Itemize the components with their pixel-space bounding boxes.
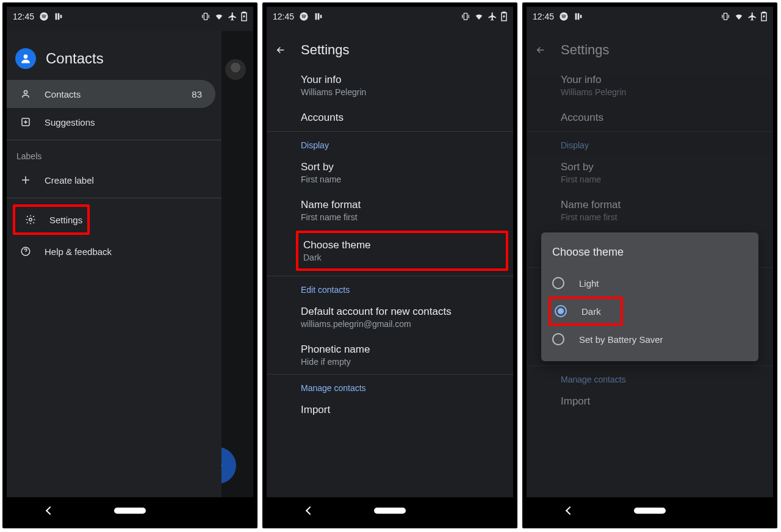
svg-point-8 — [24, 90, 27, 93]
plus-icon — [20, 174, 31, 185]
status-time: 12:45 — [13, 12, 34, 21]
row-your-info: Your info Williams Pelegrin — [527, 66, 773, 104]
svg-rect-18 — [503, 12, 505, 13]
system-nav-bar — [527, 497, 773, 524]
wifi-icon — [214, 12, 224, 21]
appbar: Settings — [527, 31, 773, 69]
nav-item-label: Suggestions — [45, 117, 95, 128]
nav-item-suggestions[interactable]: Suggestions — [7, 108, 221, 136]
vibrate-icon — [201, 12, 211, 21]
svg-rect-15 — [320, 15, 322, 18]
svg-rect-23 — [724, 13, 727, 20]
option-label: Light — [579, 278, 599, 289]
theme-option-dark[interactable]: Dark — [549, 297, 623, 326]
svg-point-10 — [29, 218, 32, 221]
profile-avatar-partial[interactable] — [225, 59, 246, 80]
svg-rect-13 — [315, 13, 317, 20]
row-name-format: Name format First name first — [527, 192, 773, 229]
phone-3: 12:45 Settings Your info — [522, 2, 777, 528]
system-home-pill[interactable] — [634, 508, 666, 514]
section-manage-contacts: Manage contacts — [267, 375, 513, 397]
status-bar: 12:45 — [7, 7, 253, 24]
section-edit-contacts: Edit contacts — [267, 276, 513, 298]
option-label: Dark — [581, 306, 601, 317]
system-back-button[interactable] — [306, 506, 314, 515]
svg-rect-4 — [204, 13, 207, 20]
phone-1: 12:45 — [2, 2, 257, 528]
nav-item-settings[interactable]: Settings — [13, 204, 90, 235]
svg-rect-20 — [575, 13, 577, 20]
app-brand: Contacts — [7, 31, 221, 80]
appbar: Settings — [267, 31, 513, 69]
system-home-pill[interactable] — [114, 508, 146, 514]
row-sort-by[interactable]: Sort by First name — [267, 154, 513, 192]
system-home-pill[interactable] — [374, 508, 406, 514]
status-time: 12:45 — [273, 12, 294, 21]
nav-item-help[interactable]: Help & feedback — [7, 237, 221, 265]
screen-1: 12:45 — [7, 7, 253, 524]
help-icon — [20, 246, 31, 257]
status-time: 12:45 — [533, 12, 554, 21]
row-phonetic-name[interactable]: Phonetic name Hide if empty — [267, 336, 513, 374]
row-accounts: Accounts — [527, 104, 773, 131]
drawer-backdrop — [217, 31, 253, 497]
theme-option-battery[interactable]: Set by Battery Saver — [552, 326, 747, 353]
airplane-icon — [488, 12, 497, 21]
back-button[interactable] — [275, 45, 286, 56]
person-icon — [20, 88, 31, 99]
page-title: Settings — [301, 42, 350, 58]
row-import[interactable]: Import — [267, 397, 513, 423]
labels-header: Labels — [7, 144, 221, 166]
svg-rect-16 — [464, 13, 467, 20]
spotify-icon — [39, 12, 49, 21]
system-nav-bar — [267, 497, 513, 524]
phone-2: 12:45 Settings Your info W — [262, 2, 517, 528]
airplane-icon — [228, 12, 237, 21]
music-icon — [314, 12, 323, 21]
wifi-icon — [734, 12, 744, 21]
nav-drawer: Contacts Contacts 83 Suggestions Labels … — [7, 31, 221, 497]
svg-rect-1 — [56, 13, 57, 20]
nav-item-label: Create label — [45, 175, 94, 185]
nav-item-label: Settings — [49, 215, 82, 225]
row-accounts[interactable]: Accounts — [267, 104, 513, 131]
svg-rect-6 — [243, 12, 245, 13]
nav-item-contacts[interactable]: Contacts 83 — [7, 80, 215, 108]
row-your-info[interactable]: Your info Williams Pelegrin — [267, 66, 513, 104]
airplane-icon — [747, 12, 757, 21]
svg-rect-14 — [318, 13, 320, 20]
settings-list[interactable]: Your info Williams Pelegrin Accounts Dis… — [267, 66, 513, 497]
svg-rect-2 — [58, 13, 60, 20]
system-back-button[interactable] — [46, 506, 54, 515]
system-back-button[interactable] — [566, 506, 574, 515]
contacts-app-icon — [15, 48, 36, 69]
svg-rect-22 — [580, 15, 582, 18]
nav-item-label: Contacts — [45, 89, 81, 99]
nav-item-label: Help & feedback — [45, 246, 112, 257]
back-button — [535, 45, 546, 56]
wifi-icon — [474, 12, 484, 21]
app-title: Contacts — [46, 50, 104, 67]
row-default-account[interactable]: Default account for new contacts william… — [267, 298, 513, 336]
status-bar: 12:45 — [267, 7, 513, 24]
radio-unchecked-icon — [552, 333, 564, 345]
theme-option-light[interactable]: Light — [552, 270, 747, 297]
music-icon — [574, 12, 583, 21]
dialog-title: Choose theme — [552, 246, 747, 259]
spotify-icon — [299, 12, 309, 21]
row-sort-by: Sort by First name — [527, 154, 773, 192]
vibrate-icon — [461, 12, 470, 21]
row-choose-theme[interactable]: Choose theme Dark — [296, 231, 508, 271]
svg-rect-3 — [60, 15, 62, 18]
battery-icon — [501, 12, 507, 21]
radio-unchecked-icon — [552, 277, 564, 289]
screen-2: 12:45 Settings Your info W — [267, 7, 513, 524]
radio-checked-icon — [555, 305, 567, 317]
divider — [7, 140, 221, 140]
row-name-format[interactable]: Name format First name first — [267, 192, 513, 229]
status-bar: 12:45 — [527, 7, 773, 24]
nav-item-create-label[interactable]: Create label — [7, 166, 221, 194]
vibrate-icon — [721, 12, 730, 21]
music-icon — [54, 12, 63, 21]
battery-icon — [761, 12, 767, 21]
